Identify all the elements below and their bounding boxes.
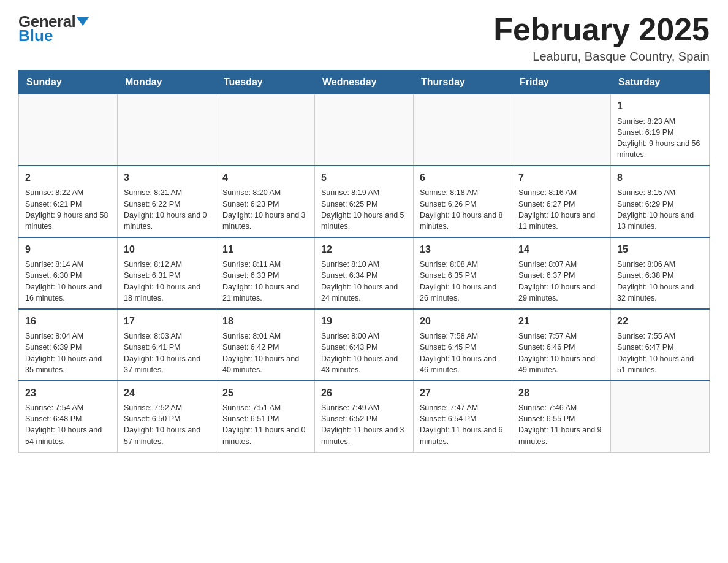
day-number: 25 <box>222 386 308 400</box>
day-info: Sunrise: 8:08 AMSunset: 6:35 PMDaylight:… <box>420 259 506 304</box>
calendar-day-cell: 4Sunrise: 8:20 AMSunset: 6:23 PMDaylight… <box>216 166 315 237</box>
day-number: 21 <box>518 315 604 328</box>
day-number: 24 <box>124 386 210 400</box>
day-info: Sunrise: 8:07 AMSunset: 6:37 PMDaylight:… <box>518 259 604 304</box>
header-tuesday: Tuesday <box>216 71 315 94</box>
header-wednesday: Wednesday <box>315 71 414 94</box>
day-number: 10 <box>124 243 210 256</box>
header-sunday: Sunday <box>19 71 118 94</box>
day-info: Sunrise: 7:47 AMSunset: 6:54 PMDaylight:… <box>420 402 506 447</box>
calendar-day-cell: 16Sunrise: 8:04 AMSunset: 6:39 PMDayligh… <box>19 309 118 381</box>
day-number: 7 <box>518 171 604 185</box>
calendar-week-row: 2Sunrise: 8:22 AMSunset: 6:21 PMDaylight… <box>19 166 710 237</box>
day-number: 12 <box>321 243 407 256</box>
day-number: 23 <box>25 386 111 400</box>
header-thursday: Thursday <box>414 71 512 94</box>
day-info: Sunrise: 7:51 AMSunset: 6:51 PMDaylight:… <box>222 402 308 447</box>
day-number: 20 <box>420 315 506 328</box>
calendar-day-cell: 15Sunrise: 8:06 AMSunset: 6:38 PMDayligh… <box>611 237 710 309</box>
day-info: Sunrise: 8:23 AMSunset: 6:19 PMDaylight:… <box>617 116 703 161</box>
calendar-week-row: 1Sunrise: 8:23 AMSunset: 6:19 PMDaylight… <box>19 94 710 166</box>
day-number: 19 <box>321 315 407 328</box>
day-number: 22 <box>617 315 703 328</box>
calendar-day-cell: 1Sunrise: 8:23 AMSunset: 6:19 PMDaylight… <box>611 94 710 166</box>
calendar-day-cell: 26Sunrise: 7:49 AMSunset: 6:52 PMDayligh… <box>315 381 414 452</box>
day-number: 6 <box>420 171 506 185</box>
calendar-week-row: 9Sunrise: 8:14 AMSunset: 6:30 PMDaylight… <box>19 237 710 309</box>
calendar-day-cell: 2Sunrise: 8:22 AMSunset: 6:21 PMDaylight… <box>19 166 118 237</box>
day-info: Sunrise: 8:19 AMSunset: 6:25 PMDaylight:… <box>321 187 407 232</box>
day-info: Sunrise: 7:57 AMSunset: 6:46 PMDaylight:… <box>518 331 604 375</box>
day-info: Sunrise: 8:18 AMSunset: 6:26 PMDaylight:… <box>420 187 506 232</box>
calendar-day-cell <box>512 94 611 166</box>
calendar-day-cell: 14Sunrise: 8:07 AMSunset: 6:37 PMDayligh… <box>512 237 611 309</box>
title-section: February 2025 Leaburu, Basque Country, S… <box>493 12 710 64</box>
calendar-day-cell: 11Sunrise: 8:11 AMSunset: 6:33 PMDayligh… <box>216 237 315 309</box>
header-friday: Friday <box>512 71 611 94</box>
day-number: 3 <box>124 171 210 185</box>
day-number: 5 <box>321 171 407 185</box>
calendar-day-cell: 22Sunrise: 7:55 AMSunset: 6:47 PMDayligh… <box>611 309 710 381</box>
calendar-day-cell: 18Sunrise: 8:01 AMSunset: 6:42 PMDayligh… <box>216 309 315 381</box>
day-number: 27 <box>420 386 506 400</box>
day-info: Sunrise: 8:21 AMSunset: 6:22 PMDaylight:… <box>124 187 210 232</box>
calendar-day-cell: 17Sunrise: 8:03 AMSunset: 6:41 PMDayligh… <box>118 309 216 381</box>
day-info: Sunrise: 8:01 AMSunset: 6:42 PMDaylight:… <box>222 331 308 375</box>
logo-blue: Blue <box>18 26 53 45</box>
day-number: 11 <box>222 243 308 256</box>
day-number: 18 <box>222 315 308 328</box>
logo-triangle-icon <box>77 17 89 26</box>
calendar-header-row: Sunday Monday Tuesday Wednesday Thursday… <box>19 71 710 94</box>
day-info: Sunrise: 7:46 AMSunset: 6:55 PMDaylight:… <box>518 402 604 447</box>
day-number: 17 <box>124 315 210 328</box>
day-info: Sunrise: 7:52 AMSunset: 6:50 PMDaylight:… <box>124 402 210 447</box>
location: Leaburu, Basque Country, Spain <box>493 50 710 64</box>
calendar-day-cell <box>611 381 710 452</box>
day-number: 14 <box>518 243 604 256</box>
day-number: 13 <box>420 243 506 256</box>
calendar-day-cell <box>216 94 315 166</box>
day-info: Sunrise: 8:10 AMSunset: 6:34 PMDaylight:… <box>321 259 407 304</box>
calendar-day-cell: 13Sunrise: 8:08 AMSunset: 6:35 PMDayligh… <box>414 237 512 309</box>
calendar-day-cell <box>19 94 118 166</box>
calendar-week-row: 23Sunrise: 7:54 AMSunset: 6:48 PMDayligh… <box>19 381 710 452</box>
day-number: 26 <box>321 386 407 400</box>
day-info: Sunrise: 7:58 AMSunset: 6:45 PMDaylight:… <box>420 331 506 375</box>
day-number: 9 <box>25 243 111 256</box>
calendar-day-cell: 28Sunrise: 7:46 AMSunset: 6:55 PMDayligh… <box>512 381 611 452</box>
calendar-day-cell <box>118 94 216 166</box>
day-info: Sunrise: 8:12 AMSunset: 6:31 PMDaylight:… <box>124 259 210 304</box>
calendar-day-cell: 8Sunrise: 8:15 AMSunset: 6:29 PMDaylight… <box>611 166 710 237</box>
day-info: Sunrise: 7:49 AMSunset: 6:52 PMDaylight:… <box>321 402 407 447</box>
header-saturday: Saturday <box>611 71 710 94</box>
calendar-day-cell: 7Sunrise: 8:16 AMSunset: 6:27 PMDaylight… <box>512 166 611 237</box>
calendar-day-cell: 12Sunrise: 8:10 AMSunset: 6:34 PMDayligh… <box>315 237 414 309</box>
day-number: 15 <box>617 243 703 256</box>
day-info: Sunrise: 8:15 AMSunset: 6:29 PMDaylight:… <box>617 187 703 232</box>
logo: General Blue <box>18 12 89 45</box>
calendar-day-cell: 19Sunrise: 8:00 AMSunset: 6:43 PMDayligh… <box>315 309 414 381</box>
calendar-day-cell: 20Sunrise: 7:58 AMSunset: 6:45 PMDayligh… <box>414 309 512 381</box>
day-info: Sunrise: 8:14 AMSunset: 6:30 PMDaylight:… <box>25 259 111 304</box>
day-info: Sunrise: 8:20 AMSunset: 6:23 PMDaylight:… <box>222 187 308 232</box>
calendar-day-cell: 23Sunrise: 7:54 AMSunset: 6:48 PMDayligh… <box>19 381 118 452</box>
calendar-day-cell: 10Sunrise: 8:12 AMSunset: 6:31 PMDayligh… <box>118 237 216 309</box>
day-number: 2 <box>25 171 111 185</box>
day-info: Sunrise: 8:03 AMSunset: 6:41 PMDaylight:… <box>124 331 210 375</box>
header-monday: Monday <box>118 71 216 94</box>
calendar-day-cell: 27Sunrise: 7:47 AMSunset: 6:54 PMDayligh… <box>414 381 512 452</box>
calendar-day-cell: 9Sunrise: 8:14 AMSunset: 6:30 PMDaylight… <box>19 237 118 309</box>
page-header: General Blue February 2025 Leaburu, Basq… <box>18 12 710 64</box>
day-info: Sunrise: 7:54 AMSunset: 6:48 PMDaylight:… <box>25 402 111 447</box>
calendar-day-cell: 24Sunrise: 7:52 AMSunset: 6:50 PMDayligh… <box>118 381 216 452</box>
month-title: February 2025 <box>493 12 710 47</box>
calendar-day-cell: 5Sunrise: 8:19 AMSunset: 6:25 PMDaylight… <box>315 166 414 237</box>
calendar-day-cell: 3Sunrise: 8:21 AMSunset: 6:22 PMDaylight… <box>118 166 216 237</box>
day-number: 28 <box>518 386 604 400</box>
calendar-day-cell: 21Sunrise: 7:57 AMSunset: 6:46 PMDayligh… <box>512 309 611 381</box>
calendar-week-row: 16Sunrise: 8:04 AMSunset: 6:39 PMDayligh… <box>19 309 710 381</box>
day-info: Sunrise: 8:00 AMSunset: 6:43 PMDaylight:… <box>321 331 407 375</box>
day-info: Sunrise: 8:11 AMSunset: 6:33 PMDaylight:… <box>222 259 308 304</box>
day-info: Sunrise: 7:55 AMSunset: 6:47 PMDaylight:… <box>617 331 703 375</box>
day-info: Sunrise: 8:04 AMSunset: 6:39 PMDaylight:… <box>25 331 111 375</box>
